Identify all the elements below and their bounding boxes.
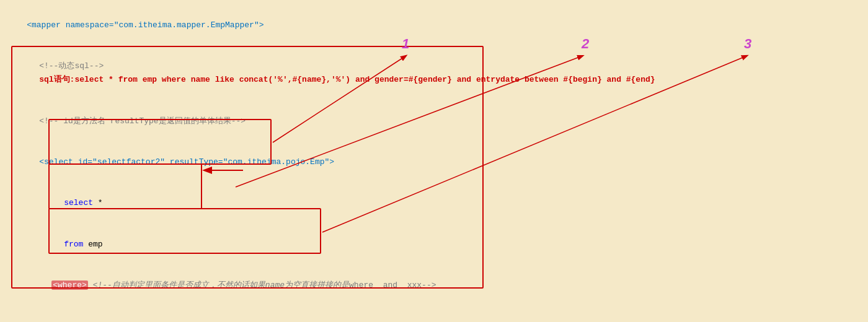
comment-id: <!-- id是方法名 resultType是返回值的单体结果--> [39, 116, 246, 126]
line-select-open: <select id="selectfactor2" resultType="c… [7, 142, 861, 183]
from-keyword: from [64, 240, 83, 249]
line-where-open: <where> <!--自动判定里面条件是否成立，不然的话如果name为空直接拼… [7, 265, 861, 306]
where-auto-comment: <!--自动判定里面条件是否成立，不然的话如果name为空直接拼接的是where… [88, 281, 436, 290]
line-select-star: select * [7, 183, 861, 224]
line-comment-dynamic: <!--动态sql--> sql语句:select * from emp whe… [7, 46, 861, 100]
mapper-open-tag: <mapper namespace="com.itheima.mapper.Em… [27, 20, 264, 30]
code-editor: <mapper namespace="com.itheima.mapper.Em… [0, 0, 868, 322]
select-open-tag: <select id="selectfactor2" resultType="c… [39, 157, 334, 167]
line-mapper-open: <mapper namespace="com.itheima.mapper.Em… [7, 5, 861, 46]
select-star: * [93, 198, 103, 207]
comment-dynamic: <!--动态sql--> [39, 61, 104, 71]
where-open-tag: <where> [51, 281, 88, 290]
sql-annotation-text: sql语句:select * from emp where name like … [39, 75, 655, 84]
select-keyword: select [64, 198, 93, 207]
line-if-name: <if test="name!=null"> [7, 306, 861, 322]
line-from-emp: from emp [7, 224, 861, 265]
from-emp-text: emp [83, 240, 102, 249]
line-comment-id: <!-- id是方法名 resultType是返回值的单体结果--> [7, 101, 861, 142]
